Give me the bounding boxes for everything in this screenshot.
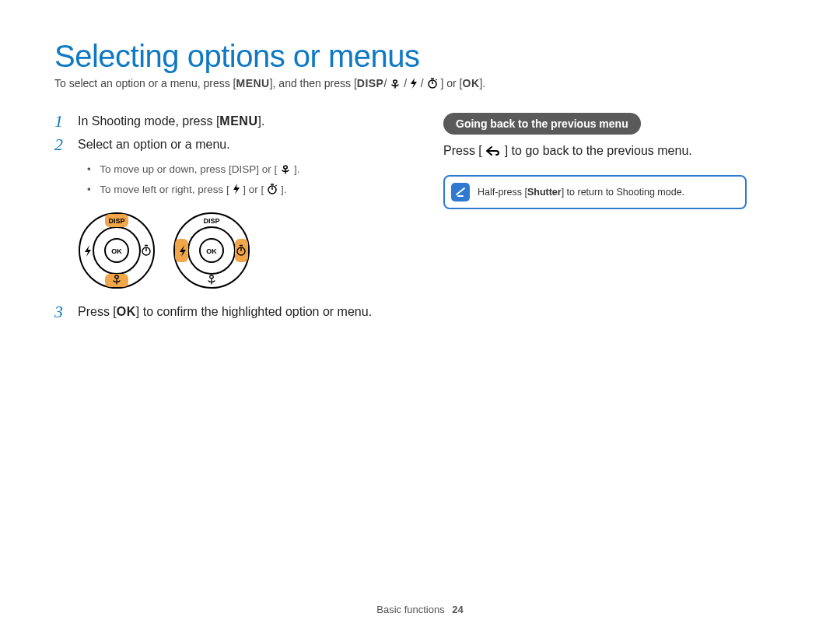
bullet-1-disp: DISP [232,163,257,175]
flash-icon [410,78,418,91]
dial-vertical: DISP OK [78,212,156,289]
dial-disp-label: DISP [203,217,219,225]
bullet-1-pre: To move up or down, press [ [100,163,232,175]
note-pre: Half-press [ [478,187,527,198]
step-3-post: ] to confirm the highlighted option or m… [136,305,372,318]
bullet-2-post: ]. [281,184,287,195]
flash-icon [233,182,240,201]
note-post: ] to return to Shooting mode. [562,187,684,198]
dial-illustrations: DISP OK [78,212,412,289]
step-3-pre: Press [ [78,305,117,318]
slash-3: / [421,77,424,89]
bullet-1: To move up or down, press [DISP] or [ ]. [87,160,412,180]
ok-keyword: OK [463,77,480,89]
dial-ok-label: OK [206,247,217,255]
page-title: Selecting options or menus [54,39,786,74]
step-2-text: Select an option or a menu. [78,136,412,153]
left-column: 1 In Shooting mode, press [MENU]. 2 Sele… [54,113,412,328]
macro-icon [390,79,401,91]
step-3-keyword: OK [117,305,136,318]
step-2-bullets: To move up or down, press [DISP] or [ ].… [87,160,412,201]
dial-disp-label: DISP [108,217,124,225]
intro-paragraph: To select an option or a menu, press [ME… [54,77,786,91]
step-1-text: In Shooting mode, press [MENU]. [78,113,412,130]
step-3-text: Press [OK] to confirm the highlighted op… [78,303,412,321]
bullet-2-pre: To move left or right, press [ [100,184,229,195]
note-icon [451,183,470,201]
step-1-post: ]. [257,114,264,128]
timer-icon [267,182,278,201]
svg-marker-5 [233,184,240,194]
timer-icon [427,78,438,91]
step-3: 3 Press [OK] to confirm the highlighted … [54,303,412,321]
step-number-2: 2 [54,136,68,201]
slash-2: / [404,77,407,89]
note-callout: Half-press [Shutter] to return to Shooti… [443,175,747,209]
step-number-3: 3 [54,303,68,321]
intro-text-4: ]. [480,77,486,89]
footer-page-number: 24 [452,604,463,615]
manual-page: Selecting options or menus To select an … [0,0,840,634]
footer-section: Basic functions [376,604,444,615]
dial-horizontal: DISP OK [173,212,250,289]
content-columns: 1 In Shooting mode, press [MENU]. 2 Sele… [54,113,786,328]
macro-icon [280,162,291,180]
svg-marker-0 [411,78,417,89]
menu-keyword: MENU [236,77,269,89]
bullet-1-post: ]. [294,163,300,175]
step-2: 2 Select an option or a menu. To move up… [54,136,412,201]
note-text: Half-press [Shutter] to return to Shooti… [478,187,684,198]
step-number-1: 1 [54,113,68,130]
svg-line-4 [436,79,436,80]
back-icon [485,145,501,159]
svg-line-9 [276,185,277,186]
step-1-keyword: MENU [219,114,257,128]
slash-1: / [383,77,387,89]
intro-text-1: To select an option or a menu, press [ [54,77,236,89]
shutter-keyword: Shutter [527,187,562,198]
right-column: Going back to the previous menu Press [ … [443,113,778,328]
bullet-2-mid: ] or [ [243,184,264,195]
subsection-pill: Going back to the previous menu [443,113,641,135]
bullet-1-mid: ] or [ [256,163,277,175]
back-pre: Press [ [443,144,482,157]
page-footer: Basic functions 24 [0,604,840,615]
back-instruction: Press [ ] to go back to the previous men… [443,144,778,159]
intro-text-3: ] or [ [440,77,462,89]
bullet-2: To move left or right, press [ ] or [ ]. [87,180,412,201]
disp-keyword: DISP [357,77,384,89]
back-post: ] to go back to the previous menu. [505,144,692,157]
dial-ok-label: OK [111,247,122,255]
step-1: 1 In Shooting mode, press [MENU]. [54,113,412,130]
step-1-pre: In Shooting mode, press [ [78,114,219,128]
intro-text-2: ], and then press [ [270,77,357,89]
